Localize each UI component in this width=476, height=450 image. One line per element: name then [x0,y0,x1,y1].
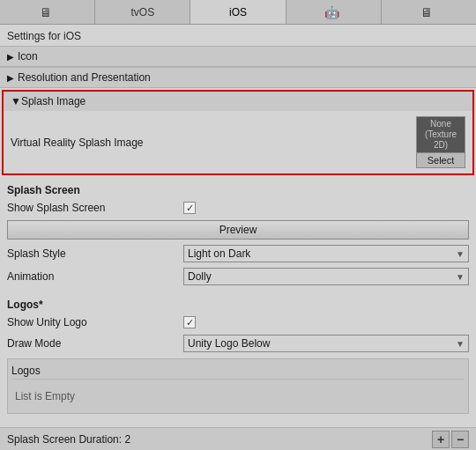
show-unity-checkbox[interactable]: ✓ [183,316,196,328]
section-icon[interactable]: ▶ Icon [0,46,476,67]
bottom-label: Splash Screen Duration: 2 [7,433,432,446]
splash-style-row: Splash Style Light on Dark ▼ [0,242,476,265]
tab-monitor[interactable]: 🖥 [0,0,95,24]
vr-splash-label: Virtual Reality Splash Image [11,136,144,149]
draw-mode-dropdown[interactable]: Unity Logo Below ▼ [183,335,469,352]
list-empty-label: List is Empty [11,383,465,409]
texture-preview: None(Texture 2D) Select [416,116,465,168]
main-content: Settings for iOS ▶ Icon ▶ Resolution and… [0,25,476,450]
show-unity-control: ✓ [183,316,469,328]
bottom-buttons: + − [432,431,469,448]
draw-mode-control: Unity Logo Below ▼ [183,335,469,352]
settings-title: Settings for iOS [0,25,476,46]
tab-tvos[interactable]: tvOS [95,0,190,24]
tab-ios[interactable]: iOS [190,0,286,24]
draw-mode-row: Draw Mode Unity Logo Below ▼ [0,332,476,355]
draw-mode-value: Unity Logo Below [188,337,270,350]
tab-bar: 🖥 tvOS iOS 🤖 🖥 [0,0,476,25]
splash-image-section: ▼ Splash Image Virtual Reality Splash Im… [2,90,474,175]
show-splash-row: Show Splash Screen ✓ [0,198,476,218]
show-splash-checkbox[interactable]: ✓ [183,202,196,214]
splash-style-dropdown[interactable]: Light on Dark ▼ [183,245,469,262]
animation-value: Dolly [188,270,212,283]
show-unity-label: Show Unity Logo [7,316,183,328]
splash-style-value: Light on Dark [188,247,250,260]
icon-label: Icon [18,50,38,63]
animation-arrow: ▼ [456,272,465,282]
android-icon: 🤖 [324,5,339,19]
tab-tvos-label: tvOS [130,6,154,18]
remove-button[interactable]: − [451,431,469,448]
icon-arrow: ▶ [7,52,14,62]
logos-header: Logos [11,363,465,380]
resolution-arrow: ▶ [7,73,14,83]
web-icon: 🖥 [420,5,433,19]
resolution-label: Resolution and Presentation [18,71,151,84]
tab-ios-label: iOS [229,6,247,18]
splash-style-arrow: ▼ [456,249,465,259]
draw-mode-arrow: ▼ [456,339,465,349]
splash-screen-section: Splash Screen Show Splash Screen ✓ Previ… [0,177,476,291]
logos-section: Logos* Show Unity Logo ✓ Draw Mode Unity… [0,291,476,421]
bottom-bar: Splash Screen Duration: 2 + − [0,427,476,450]
texture-none-label: None(Texture 2D) [417,119,465,151]
draw-mode-label: Draw Mode [7,337,183,350]
splash-style-label: Splash Style [7,247,183,260]
unity-checkmark: ✓ [186,317,194,328]
splash-image-content: Virtual Reality Splash Image None(Textur… [4,111,472,173]
preview-button[interactable]: Preview [7,220,469,240]
tab-web[interactable]: 🖥 [382,0,476,24]
animation-dropdown[interactable]: Dolly ▼ [183,268,469,285]
section-resolution[interactable]: ▶ Resolution and Presentation [0,67,476,88]
splash-style-control: Light on Dark ▼ [183,245,469,262]
select-texture-button[interactable]: Select [416,153,465,168]
splash-screen-label: Splash Screen [0,181,476,198]
add-button[interactable]: + [432,431,450,448]
animation-control: Dolly ▼ [183,268,469,285]
animation-label: Animation [7,270,183,283]
logos-section-label: Logos* [0,295,476,313]
splash-image-label: Splash Image [21,95,86,107]
animation-row: Animation Dolly ▼ [0,265,476,288]
splash-image-header[interactable]: ▼ Splash Image [4,92,472,111]
show-unity-row: Show Unity Logo ✓ [0,313,476,332]
show-splash-label: Show Splash Screen [7,202,183,214]
logos-box: Logos List is Empty [7,358,469,414]
checkmark: ✓ [186,203,194,214]
show-splash-control: ✓ [183,202,469,214]
monitor-icon: 🖥 [40,5,52,19]
splash-arrow: ▼ [11,95,21,107]
tab-android[interactable]: 🤖 [286,0,382,24]
texture-box: None(Texture 2D) [416,116,465,153]
